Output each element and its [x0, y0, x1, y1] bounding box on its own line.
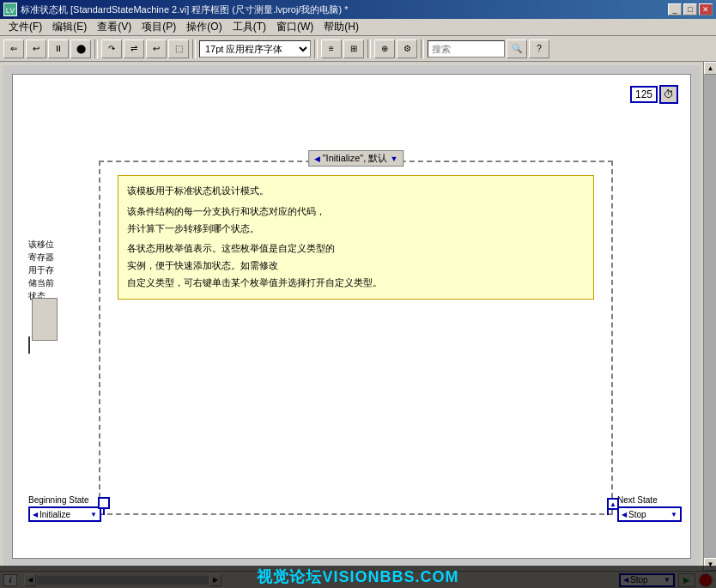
menu-view[interactable]: 查看(V): [92, 18, 137, 36]
maximize-button[interactable]: □: [683, 3, 697, 15]
beginning-state-label: Beginning State: [28, 495, 101, 505]
toolbar-separator-1: [94, 39, 98, 58]
bs-arrow-down: ▼: [90, 511, 97, 518]
close-button[interactable]: ✕: [699, 3, 713, 15]
title-bar-buttons: _ □ ✕: [668, 3, 713, 15]
toolbar-debug[interactable]: ⚙: [397, 39, 417, 58]
fp-display: 125 ⏱: [630, 85, 678, 104]
toolbar-step3[interactable]: ↩: [146, 39, 167, 58]
toolbar-separator-5: [421, 39, 424, 58]
ns-arrow-down: ▼: [670, 511, 677, 518]
fp-clock-button[interactable]: ⏱: [659, 85, 678, 104]
toolbar-separator-2: [192, 39, 196, 58]
watermark-text: 视觉论坛VISIONBBS.COM: [257, 568, 458, 585]
beginning-state-value: Initialize: [39, 510, 70, 519]
sm-frame: ◀ "Initialize", 默认 ▼ 该模板用于标准状态机设计模式。 该条件…: [99, 161, 613, 515]
beginning-state-control[interactable]: ◀ Initialize ▼: [28, 506, 101, 522]
menu-bar: 文件(F) 编辑(E) 查看(V) 项目(P) 操作(O) 工具(T) 窗口(W…: [0, 19, 716, 36]
toolbar-pause[interactable]: ⏸: [48, 39, 69, 58]
help-button[interactable]: ?: [529, 39, 549, 58]
toolbar-zoom[interactable]: ⬚: [168, 39, 189, 58]
note-line4: 各状态用枚举值表示。这些枚举值是自定义类型的: [127, 240, 585, 258]
toolbar-dist[interactable]: ⊞: [343, 39, 364, 58]
toolbar-step2[interactable]: ⇌: [124, 39, 144, 58]
bs-arrow-left: ◀: [33, 511, 38, 518]
state-tab: ◀ "Initialize", 默认 ▼: [308, 150, 404, 167]
note-line2: 该条件结构的每一分支执行和状态对应的代码，: [127, 203, 585, 221]
next-state-label: Next State: [617, 495, 682, 505]
next-state-area: Next State ◀ Stop ▼: [617, 495, 682, 522]
term-box-beginning: [98, 497, 110, 509]
window-title: 标准状态机 [StandardStateMachine 2.vi] 程序框图 (…: [21, 3, 348, 16]
fp-number: 125: [630, 86, 658, 103]
note-line6: 自定义类型，可右键单击某个枚举值并选择打开自定义类型。: [127, 275, 585, 292]
diagram-area: 125 ⏱ 该移位 寄存器 用于存 储当前 状态。 ◀ "Initialize": [12, 74, 691, 559]
font-select[interactable]: 17pt 应用程序字体: [199, 40, 311, 58]
toolbar-align[interactable]: ≡: [321, 39, 342, 58]
toolbar-step[interactable]: ↷: [101, 39, 122, 58]
ns-arrow-left: ◀: [622, 511, 627, 518]
toolbar: ⇐ ↩ ⏸ ⬤ ↷ ⇌ ↩ ⬚ 17pt 应用程序字体 ≡ ⊞ ⊕ ⚙ 🔍 ?: [0, 36, 716, 62]
beginning-state-area: Beginning State ◀ Initialize ▼: [28, 495, 101, 522]
toolbar-palette[interactable]: ⊕: [374, 39, 395, 58]
toolbar-separator-4: [367, 39, 371, 58]
right-scrollbar: ▲ ▼: [703, 62, 716, 571]
menu-help[interactable]: 帮助(H): [319, 18, 364, 36]
minimize-button[interactable]: _: [668, 3, 682, 15]
title-bar-text: LV 标准状态机 [StandardStateMachine 2.vi] 程序框…: [3, 3, 348, 16]
shift-register-label: 该移位 寄存器 用于存 储当前 状态。: [28, 238, 54, 302]
menu-edit[interactable]: 编辑(E): [47, 18, 92, 36]
watermark: 视觉论坛VISIONBBS.COM: [0, 566, 716, 588]
note-line3: 并计算下一步转移到哪个状态。: [127, 221, 585, 238]
menu-operate[interactable]: 操作(O): [181, 18, 227, 36]
title-bar: LV 标准状态机 [StandardStateMachine 2.vi] 程序框…: [0, 0, 716, 19]
menu-file[interactable]: 文件(F): [3, 18, 47, 36]
wire-term-beginning: [103, 502, 105, 504]
note-line1: 该模板用于标准状态机设计模式。: [127, 183, 585, 200]
toolbar-abort[interactable]: ⬤: [70, 39, 91, 58]
scroll-track[interactable]: [704, 75, 716, 558]
toolbar-separator-3: [314, 39, 318, 58]
app-icon: LV: [3, 3, 17, 16]
scroll-up-button[interactable]: ▲: [704, 62, 716, 75]
search-button[interactable]: 🔍: [507, 39, 527, 58]
toolbar-run-arrow[interactable]: ⇐: [3, 39, 24, 58]
state-label-text: "Initialize", 默认: [323, 152, 388, 165]
toolbar-undo[interactable]: ↩: [26, 39, 46, 58]
canvas: 125 ⏱ 该移位 寄存器 用于存 储当前 状态。 ◀ "Initialize": [3, 65, 700, 567]
term-box-next: ▲: [607, 498, 619, 510]
note-box: 该模板用于标准状态机设计模式。 该条件结构的每一分支执行和状态对应的代码， 并计…: [118, 175, 594, 300]
note-line5: 实例，便于快速添加状态。如需修改: [127, 258, 585, 275]
next-state-value: Stop: [628, 510, 646, 519]
menu-project[interactable]: 项目(P): [137, 18, 181, 36]
menu-window[interactable]: 窗口(W): [271, 18, 319, 36]
shift-register-box: [32, 298, 58, 341]
menu-tools[interactable]: 工具(T): [228, 18, 271, 36]
search-input[interactable]: [428, 40, 505, 58]
next-state-control[interactable]: ◀ Stop ▼: [617, 506, 682, 522]
arrow-line: [28, 336, 30, 354]
main-area: 125 ⏱ 该移位 寄存器 用于存 储当前 状态。 ◀ "Initialize": [0, 62, 716, 571]
